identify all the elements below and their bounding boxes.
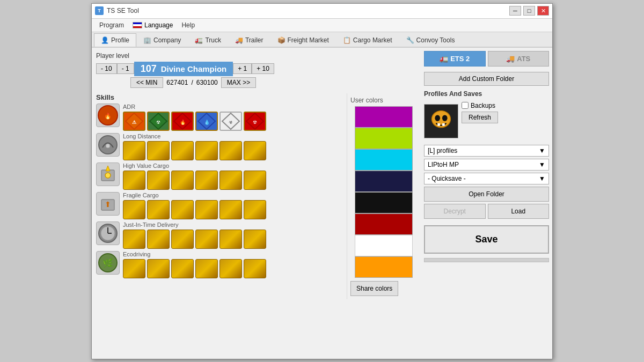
slot[interactable] [244,200,266,219]
xp-current: 627401 [166,79,188,86]
minimize-button[interactable]: ─ [509,6,521,16]
dropdown-arrow: ▼ [539,147,545,154]
slot[interactable] [171,259,194,278]
level-plus1-button[interactable]: + 1 [233,63,252,74]
profile-value-dropdown[interactable]: LIPtoH MP ▼ [424,159,549,171]
maximize-button[interactable]: □ [523,6,535,16]
slot[interactable] [147,259,170,278]
slot[interactable] [195,230,218,249]
tab-profile[interactable]: 👤 Profile [94,33,136,47]
svg-marker-17 [106,166,110,171]
adr-slot-5[interactable]: ☣ [219,112,242,131]
color-swatch-5[interactable] [355,192,413,213]
level-minus1-button[interactable]: - 1 [117,63,134,74]
tab-trailer-label: Trailer [245,36,264,44]
ets2-tab[interactable]: 🚛 ETS 2 [424,51,486,67]
adr-slot-4[interactable]: 💧 [195,112,218,131]
save-button[interactable]: Save [424,225,549,254]
player-title: Divine Champion [161,64,227,73]
xp-min-button[interactable]: << MIN [130,77,163,88]
backups-checkbox[interactable] [462,102,469,109]
level-controls-row: - 10 - 1 107 Divine Champion + 1 + 10 [96,62,416,76]
xp-max-button[interactable]: MAX >> [221,77,256,88]
tab-convoy-tools[interactable]: 🔧 Convoy Tools [399,33,462,47]
player-level-number: 107 [141,63,157,75]
adr-slots: ⚠ ☢ [123,112,266,131]
skill-high-value-body: High Value Cargo [123,162,266,190]
slot[interactable] [244,171,266,190]
close-button[interactable]: ✕ [537,6,549,16]
color-swatch-7[interactable] [355,235,413,256]
level-minus10-button[interactable]: - 10 [96,63,117,74]
menu-language[interactable]: Language [129,20,176,30]
color-swatch-2[interactable] [355,128,413,149]
svg-point-18 [105,173,111,178]
slot[interactable] [195,141,218,160]
tab-truck[interactable]: 🚛 Truck [188,33,228,47]
color-swatch-3[interactable] [355,149,413,171]
tab-cargo-market[interactable]: 📋 Cargo Market [336,33,399,47]
slot[interactable] [123,141,145,160]
tab-company[interactable]: 🏢 Company [136,33,188,47]
adr-slot-6[interactable]: ☢ [244,112,266,131]
tab-freight-market[interactable]: 📦 Freight Market [270,33,336,47]
color-swatch-4[interactable] [355,171,413,192]
slot[interactable] [147,200,170,219]
slot[interactable] [171,141,194,160]
slot[interactable] [195,200,218,219]
ats-tab[interactable]: 🚚 ATS [488,51,550,67]
right-panel: 🚛 ETS 2 🚚 ATS Add Custom Folder Profiles… [421,48,552,359]
menu-program[interactable]: Program [95,20,128,31]
adr-slot-3[interactable]: 🔥 [171,112,194,131]
slot[interactable] [244,141,266,160]
save-dropdown-value: - Quicksave - [428,175,466,182]
slot[interactable] [219,141,242,160]
adr-slot-2[interactable]: ☢ [147,112,170,131]
slot[interactable] [219,230,242,249]
save-dropdown[interactable]: - Quicksave - ▼ [424,173,549,184]
slot[interactable] [147,171,170,190]
color-swatch-8[interactable] [355,256,413,278]
adr-slot-1[interactable]: ⚠ [123,112,145,131]
user-colors-title: User colors [350,97,413,104]
slot[interactable] [123,230,145,249]
slot[interactable] [123,259,145,278]
left-area: Player level - 10 - 1 107 Divine Champio… [92,48,421,359]
slot[interactable] [123,171,145,190]
tab-profile-label: Profile [111,36,129,44]
slot[interactable] [171,200,194,219]
profiles-dropdown[interactable]: [L] profiles ▼ [424,145,549,157]
slot[interactable] [171,171,194,190]
share-colors-button[interactable]: Share colors [350,281,398,296]
ets2-label: ETS 2 [450,55,470,63]
open-folder-button[interactable]: Open Folder [424,187,549,202]
slot[interactable] [219,171,242,190]
level-plus10-button[interactable]: + 10 [252,63,274,74]
slot[interactable] [219,200,242,219]
skills-title: Skills [96,93,347,101]
color-swatch-1[interactable] [355,106,413,128]
user-colors-panel [355,106,413,278]
tab-trailer[interactable]: 🚚 Trailer [228,33,270,47]
tab-cargo-label: Cargo Market [353,36,392,44]
add-custom-folder-button[interactable]: Add Custom Folder [424,72,549,86]
slot[interactable] [171,230,194,249]
refresh-button[interactable]: Refresh [462,112,498,123]
slot[interactable] [244,230,266,249]
slot[interactable] [147,141,170,160]
color-swatch-6[interactable] [355,213,413,235]
tab-bar: 👤 Profile 🏢 Company 🚛 Truck 🚚 Trailer 📦 … [92,32,552,48]
slot[interactable] [123,200,145,219]
svg-text:🔥: 🔥 [104,112,112,120]
profile-area: Backups Refresh [424,102,549,141]
load-button[interactable]: Load [488,204,550,219]
slot[interactable] [195,259,218,278]
decrypt-button[interactable]: Decrypt [424,204,486,219]
slot[interactable] [147,230,170,249]
dropdown-arrow: ▼ [539,161,545,168]
menu-help[interactable]: Help [177,20,199,31]
slot[interactable] [219,259,242,278]
slot[interactable] [244,259,266,278]
svg-rect-31 [437,123,440,125]
slot[interactable] [195,171,218,190]
